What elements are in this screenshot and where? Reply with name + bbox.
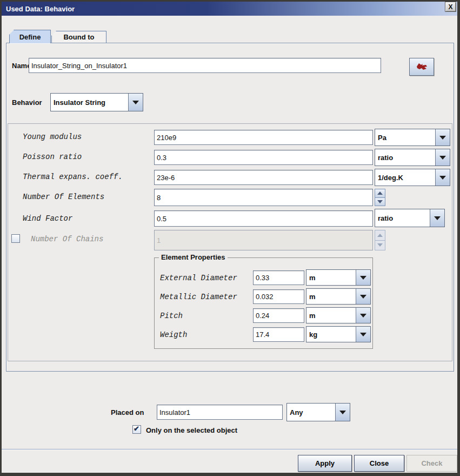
tab-bound-to[interactable]: Bound to xyxy=(51,31,106,43)
young-modulus-input[interactable] xyxy=(154,130,373,145)
close-button-footer[interactable]: Close xyxy=(354,455,404,472)
spinner-down-icon xyxy=(375,241,385,251)
metallic-diameter-unit-value: m xyxy=(306,289,356,304)
wind-factor-unit-value: ratio xyxy=(375,209,430,227)
number-of-chains-checkbox[interactable] xyxy=(11,234,20,243)
bind-data-button[interactable] xyxy=(409,58,434,76)
number-of-elements-label: Number Of Elements xyxy=(23,193,104,201)
placed-on-label: Placed on xyxy=(111,408,144,416)
thermal-coeff-unit-value: 1/deg.K xyxy=(375,169,435,186)
external-diameter-label: External Diameter xyxy=(160,274,237,282)
spinner-down-icon[interactable] xyxy=(375,198,385,207)
number-of-elements-spinner[interactable] xyxy=(375,189,385,206)
weight-unit-combo[interactable]: kg xyxy=(306,326,371,342)
placed-on-input[interactable] xyxy=(157,405,283,420)
poisson-ratio-label: Poisson ratio xyxy=(23,153,82,161)
check-button-label: Check xyxy=(421,459,442,467)
spinner-up-icon xyxy=(375,230,385,241)
chevron-down-icon[interactable] xyxy=(356,270,370,285)
chevron-down-icon[interactable] xyxy=(356,289,370,304)
thermal-coeff-unit-combo[interactable]: 1/deg.K xyxy=(375,169,450,186)
only-selected-label: Only on the selected object xyxy=(146,426,237,434)
close-button[interactable]: X xyxy=(445,2,456,12)
metallic-diameter-unit-combo[interactable]: m xyxy=(306,288,371,305)
poisson-ratio-unit-value: ratio xyxy=(375,149,435,166)
apply-button-label: Apply xyxy=(315,459,335,467)
chevron-down-icon[interactable] xyxy=(430,209,444,227)
weight-unit-value: kg xyxy=(306,327,356,342)
young-modulus-unit-value: Pa xyxy=(375,129,435,146)
check-icon: ✔ xyxy=(134,425,139,433)
behavior-combo-value: Insulator String xyxy=(51,94,128,111)
tab-bound-to-label: Bound to xyxy=(63,33,94,41)
tab-define[interactable]: Define xyxy=(9,30,51,43)
number-of-elements-input[interactable] xyxy=(154,189,373,206)
external-diameter-input[interactable] xyxy=(253,270,304,285)
wind-factor-input[interactable] xyxy=(154,210,373,227)
chevron-down-icon[interactable] xyxy=(335,404,350,421)
pitch-input[interactable] xyxy=(253,308,304,323)
wind-factor-label: Wind Factor xyxy=(23,214,72,223)
number-of-chains-spinner xyxy=(375,230,385,250)
wind-factor-unit-combo[interactable]: ratio xyxy=(375,209,445,227)
name-input[interactable] xyxy=(29,58,381,73)
placed-on-scope-value: Any xyxy=(287,404,335,421)
poisson-ratio-unit-combo[interactable]: ratio xyxy=(375,149,450,166)
check-button: Check xyxy=(406,455,457,472)
element-properties-title: Element Properties xyxy=(159,253,228,261)
chevron-down-icon[interactable] xyxy=(435,129,450,146)
metallic-diameter-input[interactable] xyxy=(253,289,304,304)
apply-button[interactable]: Apply xyxy=(298,455,352,472)
number-of-chains-label: Number Of Chains xyxy=(31,235,103,243)
behavior-label: Behavior xyxy=(12,98,42,107)
pitch-unit-combo[interactable]: m xyxy=(306,307,371,323)
tab-define-label: Define xyxy=(19,33,41,41)
external-diameter-unit-value: m xyxy=(306,270,356,285)
chevron-down-icon[interactable] xyxy=(435,149,450,166)
chevron-down-icon[interactable] xyxy=(128,94,143,111)
weight-input[interactable] xyxy=(253,327,304,342)
close-button-label: Close xyxy=(370,459,389,467)
window-title: Used Data: Behavior xyxy=(2,5,75,13)
used-data-behavior-dialog: Used Data: Behavior X Bound to Define Na… xyxy=(0,0,460,476)
chevron-down-icon[interactable] xyxy=(435,169,450,186)
pitch-unit-value: m xyxy=(306,308,356,323)
spinner-up-icon[interactable] xyxy=(375,189,385,198)
placed-on-scope-combo[interactable]: Any xyxy=(286,403,350,421)
pitch-label: Pitch xyxy=(160,312,183,320)
behavior-combo[interactable]: Insulator String xyxy=(50,93,143,111)
close-icon: X xyxy=(448,3,452,11)
thermal-coeff-input[interactable] xyxy=(154,170,373,185)
red-symbol-icon xyxy=(415,62,428,71)
footer-separator-highlight xyxy=(2,449,457,450)
thermal-coeff-label: Thermal expans. coeff. xyxy=(23,173,123,181)
young-modulus-label: Young modulus xyxy=(23,133,82,141)
number-of-chains-input xyxy=(154,230,373,250)
metallic-diameter-label: Metallic Diameter xyxy=(160,293,237,301)
chevron-down-icon[interactable] xyxy=(356,327,370,342)
weight-label: Weigth xyxy=(160,330,187,339)
poisson-ratio-input[interactable] xyxy=(154,150,373,165)
titlebar[interactable]: Used Data: Behavior xyxy=(2,2,457,16)
young-modulus-unit-combo[interactable]: Pa xyxy=(375,129,450,146)
external-diameter-unit-combo[interactable]: m xyxy=(306,269,371,286)
chevron-down-icon[interactable] xyxy=(356,308,370,323)
only-selected-checkbox[interactable]: ✔ xyxy=(132,425,141,434)
